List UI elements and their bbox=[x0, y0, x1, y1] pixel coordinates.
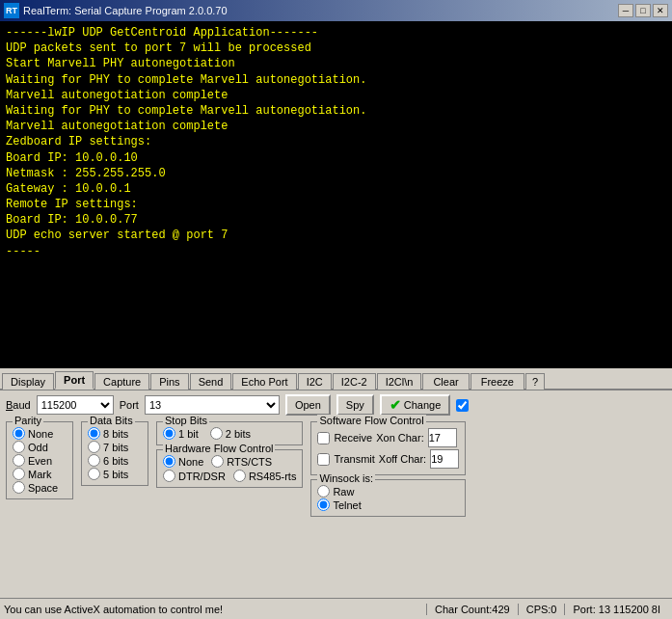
parity-none-radio[interactable] bbox=[13, 427, 25, 440]
data-bits-6-row: 6 bits bbox=[88, 454, 142, 467]
hw-none-radio[interactable] bbox=[163, 455, 175, 468]
clear-button[interactable]: Clear bbox=[422, 373, 469, 390]
spy-button[interactable]: Spy bbox=[336, 394, 374, 416]
parity-none-label: None bbox=[28, 428, 53, 440]
data-bits-8-row: 8 bits bbox=[88, 427, 142, 440]
baud-port-row: Baud 11030060012002400480096001440019200… bbox=[6, 394, 666, 416]
receive-label: Receive bbox=[334, 432, 372, 444]
statusbar-sections: Char Count:429 CPS:0 Port: 13 115200 8I bbox=[426, 604, 668, 615]
tab-bar: Display Port Capture Pins Send Echo Port… bbox=[0, 368, 672, 390]
xon-label: Xon Char: bbox=[376, 432, 424, 444]
help-button[interactable]: ? bbox=[525, 373, 545, 390]
parity-space-row: Space bbox=[13, 481, 67, 494]
tab-pins[interactable]: Pins bbox=[150, 373, 188, 390]
change-checkmark: ✔ bbox=[390, 397, 401, 413]
tab-port[interactable]: Port bbox=[55, 371, 94, 390]
winsock-title: Winsock is: bbox=[317, 472, 375, 484]
software-flow-title: Software Flow Control bbox=[317, 415, 425, 426]
parity-mark-row: Mark bbox=[13, 468, 67, 480]
parity-odd-radio[interactable] bbox=[13, 441, 25, 453]
stop-bits-2-row: 2 bits bbox=[210, 427, 251, 440]
tab-i2c-in[interactable]: I2Cl\n bbox=[377, 373, 422, 390]
hw-rs485-label: RS485-rts bbox=[249, 471, 297, 482]
hw-none-label: None bbox=[178, 456, 203, 468]
receive-checkbox[interactable] bbox=[317, 432, 330, 444]
winsock-group: Winsock is: Raw Telnet bbox=[310, 479, 466, 517]
winsock-raw-radio[interactable] bbox=[317, 485, 330, 498]
statusbar-message: You can use ActiveX automation to contro… bbox=[4, 604, 426, 615]
titlebar-controls[interactable]: ─ □ ✕ bbox=[618, 4, 668, 17]
hw-dtrdsr-label: DTR/DSR bbox=[178, 471, 226, 482]
data-bits-6-radio[interactable] bbox=[88, 454, 100, 467]
hw-rtscts-radio[interactable] bbox=[211, 455, 224, 468]
parity-space-radio[interactable] bbox=[13, 481, 25, 494]
transmit-checkbox[interactable] bbox=[317, 453, 330, 466]
software-flow-group: Software Flow Control Receive Xon Char: … bbox=[310, 421, 466, 475]
stop-bits-2-label: 2 bits bbox=[226, 428, 251, 440]
data-bits-6-label: 6 bits bbox=[103, 455, 128, 467]
transmit-row: Transmit Xoff Char: bbox=[317, 449, 459, 469]
hw-rs485-row: RS485-rts bbox=[233, 470, 297, 482]
data-bits-7-radio[interactable] bbox=[88, 441, 100, 453]
parity-even-radio[interactable] bbox=[13, 454, 25, 467]
winsock-telnet-label: Telnet bbox=[333, 499, 361, 511]
soft-winsock-col: Software Flow Control Receive Xon Char: … bbox=[310, 421, 466, 517]
tab-i2c-2[interactable]: I2C-2 bbox=[333, 373, 376, 390]
data-bits-8-radio[interactable] bbox=[88, 427, 100, 440]
parity-even-label: Even bbox=[28, 455, 52, 467]
statusbar: You can use ActiveX automation to contro… bbox=[0, 598, 672, 619]
data-bits-8-label: 8 bits bbox=[103, 428, 128, 440]
tab-i2c[interactable]: I2C bbox=[298, 373, 332, 390]
change-button[interactable]: ✔ Change bbox=[380, 394, 451, 416]
cps-count: CPS:0 bbox=[518, 604, 565, 615]
parity-even-row: Even bbox=[13, 454, 67, 467]
tab-capture[interactable]: Capture bbox=[94, 373, 149, 390]
hw-dtrdsr-radio[interactable] bbox=[163, 470, 175, 482]
data-bits-5-radio[interactable] bbox=[88, 468, 100, 480]
winsock-telnet-radio[interactable] bbox=[317, 498, 330, 511]
data-bits-title: Data Bits bbox=[88, 415, 135, 426]
minimize-button[interactable]: ─ bbox=[618, 4, 633, 17]
stop-bits-1-label: 1 bit bbox=[178, 428, 199, 440]
stop-bits-1-row: 1 bit bbox=[163, 427, 199, 440]
stop-bits-1-radio[interactable] bbox=[163, 427, 175, 440]
port-select[interactable]: 13 bbox=[145, 395, 280, 415]
parity-mark-radio[interactable] bbox=[13, 468, 25, 480]
xoff-input[interactable] bbox=[430, 449, 459, 469]
close-button[interactable]: ✕ bbox=[653, 4, 668, 17]
freeze-button[interactable]: Freeze bbox=[470, 373, 524, 390]
parity-title: Parity bbox=[13, 415, 43, 426]
change-checkbox[interactable] bbox=[456, 399, 469, 412]
tab-echo-port[interactable]: Echo Port bbox=[232, 373, 296, 390]
port-info: Port: 13 115200 8I bbox=[564, 604, 668, 615]
tab-send[interactable]: Send bbox=[190, 373, 232, 390]
open-button[interactable]: Open bbox=[285, 394, 331, 416]
titlebar-left: RT RealTerm: Serial Capture Program 2.0.… bbox=[4, 3, 228, 18]
winsock-telnet-row: Telnet bbox=[317, 498, 459, 511]
char-count: Char Count:429 bbox=[426, 604, 518, 615]
receive-row: Receive Xon Char: bbox=[317, 428, 459, 447]
titlebar-title: RealTerm: Serial Capture Program 2.0.0.7… bbox=[23, 5, 228, 16]
hw-rs485-radio[interactable] bbox=[233, 470, 246, 482]
maximize-button[interactable]: □ bbox=[635, 4, 651, 17]
parity-none-row: None bbox=[13, 427, 67, 440]
controls-left: Baud 11030060012002400480096001440019200… bbox=[0, 390, 672, 521]
data-bits-group: Data Bits 8 bits 7 bits 6 bits bbox=[81, 421, 148, 486]
data-bits-7-label: 7 bits bbox=[103, 442, 128, 453]
parity-odd-row: Odd bbox=[13, 441, 67, 453]
parity-group: Parity None Odd Even Ma bbox=[6, 421, 73, 499]
titlebar: RT RealTerm: Serial Capture Program 2.0.… bbox=[0, 0, 672, 21]
hardware-flow-title: Hardware Flow Control bbox=[163, 443, 275, 454]
terminal-output: ------lwIP UDP GetCentroid Application--… bbox=[0, 21, 672, 368]
stop-bits-2-radio[interactable] bbox=[210, 427, 223, 440]
stop-bits-options: 1 bit 2 bits bbox=[163, 426, 296, 441]
data-bits-5-row: 5 bits bbox=[88, 468, 142, 480]
baud-select[interactable]: 1103006001200240048009600144001920038400… bbox=[37, 395, 114, 415]
tab-display[interactable]: Display bbox=[2, 373, 54, 390]
port-label: Port bbox=[120, 399, 139, 411]
stop-bits-title: Stop Bits bbox=[163, 415, 209, 426]
app-icon: RT bbox=[4, 3, 19, 18]
hw-none-row: None bbox=[163, 455, 203, 468]
xon-input[interactable] bbox=[428, 428, 457, 447]
data-bits-7-row: 7 bits bbox=[88, 441, 142, 453]
